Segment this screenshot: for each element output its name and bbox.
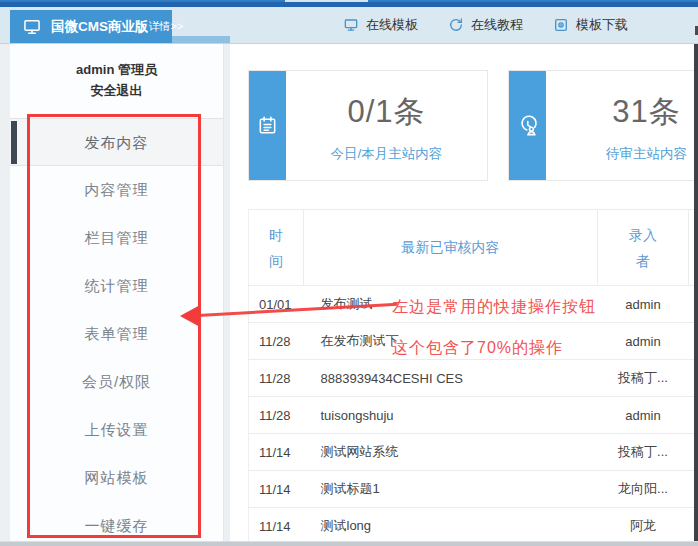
app-screen: 国微CMS商业版 详情>> 在线模板 在线教程 xyxy=(0,0,698,546)
col-header-content: 最新已审核内容 xyxy=(304,210,598,286)
bottom-frame-bar xyxy=(0,541,698,546)
col-header-time: 时间 xyxy=(249,210,304,286)
stat-value: 0/1条 xyxy=(286,91,487,133)
table-row[interactable]: 01/01 发布测试 admin xyxy=(249,286,695,323)
row-author: 阿龙 xyxy=(598,508,689,543)
stat-value: 31条 xyxy=(546,91,694,133)
monitor-icon xyxy=(22,17,42,37)
stat-card-strip xyxy=(509,71,546,180)
stat-label: 今日/本月主站内容 xyxy=(286,145,487,163)
row-author: admin xyxy=(598,286,689,323)
nav-online-tutorial[interactable]: 在线教程 xyxy=(448,16,523,34)
sidebar-item-label: 表单管理 xyxy=(85,325,149,342)
table-header-row: 时间 最新已审核内容 录入者 xyxy=(249,210,695,286)
sidebar-menu-item[interactable]: 内容管理 xyxy=(10,166,223,214)
sidebar-menu-item[interactable]: 网站模板 xyxy=(10,454,223,502)
pending-review-icon xyxy=(516,114,540,138)
table-row[interactable]: 11/28 8883939434CESHI CES 投稿丁... xyxy=(249,360,695,397)
row-author: admin xyxy=(598,397,689,434)
row-title[interactable]: 测试long xyxy=(304,508,598,543)
sidebar-menu-item[interactable]: 栏目管理 xyxy=(10,214,223,262)
sidebar-menu-item[interactable]: 发布内容 xyxy=(10,118,223,166)
tutorial-icon xyxy=(448,17,464,33)
row-date: 11/28 xyxy=(249,323,304,360)
username-label: admin 管理员 xyxy=(10,59,223,80)
table-row[interactable]: 11/28 在发布测试下 admin xyxy=(249,323,695,360)
col-header-author: 录入者 xyxy=(598,210,689,286)
download-icon xyxy=(553,17,569,33)
user-block: admin 管理员 安全退出 xyxy=(10,44,223,101)
brand-details-link[interactable]: 详情>> xyxy=(149,19,184,34)
sidebar-item-label: 上传设置 xyxy=(85,421,149,438)
sidebar-menu-item[interactable]: 统计管理 xyxy=(10,262,223,310)
nav-online-templates[interactable]: 在线模板 xyxy=(343,16,418,34)
row-date: 11/14 xyxy=(249,508,304,543)
calendar-icon xyxy=(256,114,279,137)
nav-label: 在线模板 xyxy=(366,16,418,34)
brand-logo-box[interactable]: 国微CMS商业版 详情>> xyxy=(10,10,172,43)
header-nav: 在线模板 在线教程 模板下载 xyxy=(343,7,628,43)
row-title[interactable]: 在发布测试下 xyxy=(304,323,598,360)
row-author: 投稿丁... xyxy=(598,360,689,397)
sidebar-item-label: 网站模板 xyxy=(85,469,149,486)
stat-card-strip xyxy=(249,71,286,180)
row-date: 11/14 xyxy=(249,434,304,471)
table-row[interactable]: 11/28 tuisongshuju admin xyxy=(249,397,695,434)
sidebar-menu: 发布内容内容管理栏目管理统计管理表单管理会员/权限上传设置网站模板一键缓存 xyxy=(10,118,223,546)
sidebar-menu-item[interactable]: 一键缓存 xyxy=(10,502,223,546)
sidebar-menu-item[interactable]: 会员/权限 xyxy=(10,358,223,406)
stat-card-pending: 31条 待审主站内容 xyxy=(508,70,694,181)
row-date: 11/28 xyxy=(249,397,304,434)
sidebar-item-label: 会员/权限 xyxy=(82,373,151,390)
sidebar-item-label: 统计管理 xyxy=(85,277,149,294)
sidebar-menu-item[interactable]: 表单管理 xyxy=(10,310,223,358)
table-row[interactable]: 11/14 测试标题1 龙向阳... xyxy=(249,471,695,508)
row-title[interactable]: 测试网站系统 xyxy=(304,434,598,471)
nav-label: 在线教程 xyxy=(471,16,523,34)
main-content: 0/1条 今日/本月主站内容 31条 待审主站内容 xyxy=(230,44,694,542)
brand-box-edge xyxy=(172,36,230,43)
right-edge-strip xyxy=(694,44,698,542)
row-date: 11/28 xyxy=(249,360,304,397)
sidebar-menu-item[interactable]: 上传设置 xyxy=(10,406,223,454)
brand-title: 国微CMS商业版 xyxy=(51,18,149,36)
active-indicator-bar xyxy=(11,121,17,164)
nav-template-download[interactable]: 模板下载 xyxy=(553,16,628,34)
row-date: 11/14 xyxy=(249,471,304,508)
row-author: admin xyxy=(598,323,689,360)
sidebar-item-label: 内容管理 xyxy=(85,181,149,198)
table-row[interactable]: 11/14 测试网站系统 投稿丁... xyxy=(249,434,695,471)
row-date: 01/01 xyxy=(249,286,304,323)
sidebar-item-label: 栏目管理 xyxy=(85,229,149,246)
nav-label: 模板下载 xyxy=(576,16,628,34)
row-title[interactable]: 测试标题1 xyxy=(304,471,598,508)
row-author: 投稿丁... xyxy=(598,434,689,471)
monitor-icon xyxy=(343,17,359,33)
stat-card-today: 0/1条 今日/本月主站内容 xyxy=(248,70,488,181)
table-row[interactable]: 11/14 测试long 阿龙 xyxy=(249,508,695,543)
row-author: 龙向阳... xyxy=(598,471,689,508)
logout-link[interactable]: 安全退出 xyxy=(10,80,223,101)
reviewed-content-table: 时间 最新已审核内容 录入者 01/01 发布测试 admin 11/28 在发… xyxy=(248,209,694,542)
sidebar-item-label: 发布内容 xyxy=(85,134,149,151)
row-title[interactable]: 发布测试 xyxy=(304,286,598,323)
row-title[interactable]: tuisongshuju xyxy=(304,397,598,434)
row-title[interactable]: 8883939434CESHI CES xyxy=(304,360,598,397)
stat-label: 待审主站内容 xyxy=(546,145,694,163)
top-header: 国微CMS商业版 详情>> 在线模板 在线教程 xyxy=(0,7,698,44)
sidebar-item-label: 一键缓存 xyxy=(85,517,149,534)
sidebar: admin 管理员 安全退出 发布内容内容管理栏目管理统计管理表单管理会员/权限… xyxy=(10,44,224,542)
